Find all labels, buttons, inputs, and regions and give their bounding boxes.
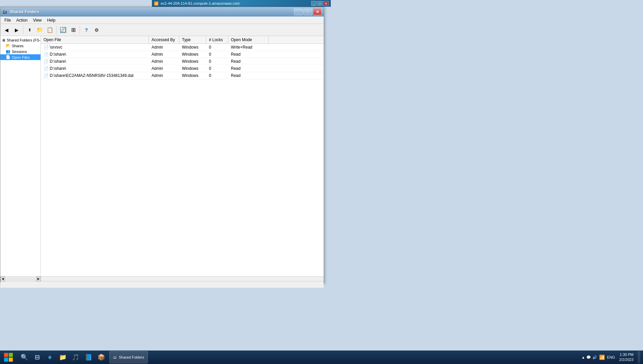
cell-mode-3: Read bbox=[228, 65, 269, 72]
cell-file-1: 📄 D:\share\ bbox=[41, 51, 149, 58]
sidebar-item-shares[interactable]: 📂 Shares bbox=[0, 43, 41, 49]
window-title: Shared Folders bbox=[10, 9, 39, 14]
file-icon-3: 📄 bbox=[44, 66, 49, 71]
shares-label: Shares bbox=[12, 44, 24, 48]
cell-type-4: Windows bbox=[179, 72, 206, 79]
menu-action[interactable]: Action bbox=[14, 17, 30, 24]
cell-file-3: 📄 D:\share\ bbox=[41, 65, 149, 72]
content-area: 🖥 Shared Folders (FS-0966C 📂 Shares 👥 Se… bbox=[0, 36, 324, 276]
tray-chat-icon[interactable]: 💬 bbox=[586, 355, 591, 360]
toolbar: ◀ ▶ ⬆ 📁 📋 🔄 ⊞ ? ⚙ bbox=[0, 24, 324, 36]
back-button[interactable]: ◀ bbox=[2, 25, 11, 35]
remote-minimize-button[interactable]: _ bbox=[311, 1, 317, 6]
file-icon-2: 📄 bbox=[44, 59, 49, 64]
cell-locks-0: 0 bbox=[206, 44, 228, 51]
list-panel: Open File Accessed By Type # Locks Open … bbox=[41, 36, 324, 276]
cell-file-4: 📄 D:\share\EC2AMAZ-N5NRS8V-153481349.dat bbox=[41, 72, 149, 79]
tree-root-node[interactable]: 🖥 Shared Folders (FS-0966C bbox=[0, 37, 41, 43]
taskbar-app-button[interactable]: 📦 bbox=[95, 351, 107, 363]
tray-volume-icon[interactable]: 🔊 bbox=[592, 355, 597, 360]
forward-button[interactable]: ▶ bbox=[12, 25, 21, 35]
show-folders-button[interactable]: 📁 bbox=[35, 25, 45, 35]
file-icon-0: 📄 bbox=[44, 45, 49, 50]
cell-locks-4: 0 bbox=[206, 72, 228, 79]
taskbar-media-button[interactable]: 🎵 bbox=[70, 351, 82, 363]
minimize-button[interactable]: _ bbox=[294, 8, 303, 15]
root-icon: 🖥 bbox=[2, 38, 5, 42]
tray-arrow-icon[interactable]: ▲ bbox=[581, 355, 585, 359]
table-row[interactable]: 📄 \srvsvc Admin Windows 0 Write+Read bbox=[41, 44, 324, 51]
menu-file[interactable]: File bbox=[2, 17, 14, 24]
start-button[interactable] bbox=[0, 351, 17, 364]
cell-accessed-4: Admin bbox=[149, 72, 179, 79]
cell-mode-4: Read bbox=[228, 72, 269, 79]
cell-type-3: Windows bbox=[179, 65, 206, 72]
col-type[interactable]: Type bbox=[179, 36, 206, 44]
up-button[interactable]: ⬆ bbox=[25, 25, 34, 35]
col-open-mode[interactable]: Open Mode bbox=[228, 36, 269, 44]
toolbar-separator-3 bbox=[80, 26, 80, 34]
clock-time: 1:30 PM bbox=[619, 352, 634, 357]
scroll-left-button[interactable]: ◀ bbox=[0, 277, 5, 281]
open-files-icon: 📄 bbox=[6, 55, 10, 59]
table-row[interactable]: 📄 D:\share\ Admin Windows 0 Read bbox=[41, 65, 324, 72]
title-bar: 🗂 Shared Folders _ □ ✕ bbox=[0, 7, 324, 17]
horizontal-scrollbar[interactable]: ◀ ▶ bbox=[0, 276, 324, 281]
toolbar-separator-2 bbox=[56, 26, 57, 34]
clock-date: 2/2/2023 bbox=[619, 357, 634, 362]
open-files-label: Open Files bbox=[12, 55, 30, 59]
svg-rect-1 bbox=[9, 353, 13, 357]
menu-view[interactable]: View bbox=[30, 17, 45, 24]
status-bar bbox=[0, 281, 324, 288]
cell-locks-3: 0 bbox=[206, 65, 228, 72]
network-icon[interactable]: 📶 bbox=[599, 355, 605, 360]
cell-accessed-0: Admin bbox=[149, 44, 179, 51]
maximize-button[interactable]: □ bbox=[303, 8, 312, 15]
refresh-button[interactable]: 🔄 bbox=[58, 25, 68, 35]
cell-mode-0: Write+Read bbox=[228, 44, 269, 51]
col-accessed-by[interactable]: Accessed By bbox=[149, 36, 179, 44]
window-controls: _ □ ✕ bbox=[294, 8, 322, 15]
properties-button[interactable]: ⚙ bbox=[92, 25, 101, 35]
taskbar-powershell-button[interactable]: 📘 bbox=[82, 351, 95, 363]
toolbar-separator-1 bbox=[23, 26, 23, 34]
menu-help[interactable]: Help bbox=[45, 17, 58, 24]
taskbar-taskview-icon[interactable]: ⊟ bbox=[31, 351, 43, 363]
cell-accessed-1: Admin bbox=[149, 51, 179, 58]
scroll-right-button[interactable]: ▶ bbox=[36, 277, 41, 281]
remote-close-button[interactable]: ✕ bbox=[323, 1, 329, 6]
taskbar-search-icon[interactable]: 🔍 bbox=[18, 351, 30, 363]
table-row[interactable]: 📄 D:\share\ Admin Windows 0 Read bbox=[41, 51, 324, 58]
help-button[interactable]: ? bbox=[82, 25, 91, 35]
taskbar-shared-folders-app[interactable]: 🗂 Shared Folders bbox=[109, 351, 148, 363]
remote-restore-button[interactable]: □ bbox=[317, 1, 323, 6]
cell-locks-1: 0 bbox=[206, 51, 228, 58]
show-desktop-button[interactable] bbox=[638, 351, 640, 363]
cell-mode-1: Read bbox=[228, 51, 269, 58]
window-icon: 🗂 bbox=[2, 9, 8, 15]
cell-type-2: Windows bbox=[179, 58, 206, 65]
keyboard-layout[interactable]: ENG bbox=[607, 355, 615, 359]
close-button[interactable]: ✕ bbox=[313, 8, 322, 15]
taskbar-edge-button[interactable]: e bbox=[44, 351, 56, 363]
taskbar-app-icon: 🗂 bbox=[113, 355, 117, 359]
col-locks[interactable]: # Locks bbox=[206, 36, 228, 44]
table-row[interactable]: 📄 D:\share\EC2AMAZ-N5NRS8V-153481349.dat… bbox=[41, 72, 324, 79]
sidebar-item-sessions[interactable]: 👥 Sessions bbox=[0, 49, 41, 54]
list-header: Open File Accessed By Type # Locks Open … bbox=[41, 36, 324, 44]
col-open-file[interactable]: Open File bbox=[41, 36, 149, 44]
svg-rect-3 bbox=[9, 358, 13, 362]
views-button[interactable]: ⊞ bbox=[69, 25, 78, 35]
scroll-track[interactable] bbox=[6, 277, 35, 281]
svg-rect-2 bbox=[4, 358, 8, 362]
move-to-button[interactable]: 📋 bbox=[45, 25, 55, 35]
cell-accessed-2: Admin bbox=[149, 58, 179, 65]
sidebar-item-open-files[interactable]: 📄 Open Files bbox=[0, 54, 41, 60]
system-clock[interactable]: 1:30 PM 2/2/2023 bbox=[617, 352, 636, 363]
sessions-label: Sessions bbox=[12, 50, 27, 54]
menu-bar: File Action View Help bbox=[0, 17, 324, 24]
taskbar-explorer-button[interactable]: 📁 bbox=[57, 351, 69, 363]
table-row[interactable]: 📄 D:\share\ Admin Windows 0 Read bbox=[41, 58, 324, 65]
sessions-icon: 👥 bbox=[6, 49, 10, 54]
file-icon-4: 📄 bbox=[44, 73, 49, 78]
